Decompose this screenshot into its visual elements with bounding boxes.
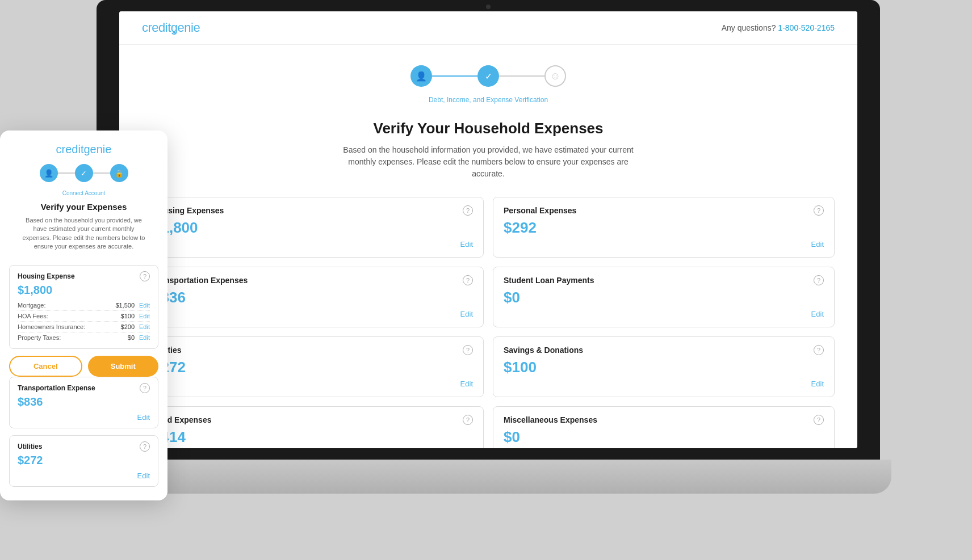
mortgage-label: Mortgage:	[18, 302, 46, 309]
mobile-section-desc: Based on the household you provided, we …	[9, 216, 158, 251]
mobile-utilities-info[interactable]: ?	[140, 441, 150, 452]
savings-amount: $100	[504, 359, 824, 376]
expense-grid: Housing Expenses ? $1,800 Edit Personal …	[119, 186, 857, 448]
mobile-mortgage-line: Mortgage: $1,500 Edit	[18, 300, 150, 311]
laptop-screen: creditgenie Any questions? 1-800-520-216…	[119, 11, 857, 448]
page-title-section: Verify Your Household Expenses Based on …	[119, 108, 857, 186]
mortgage-value: $1,500	[115, 302, 135, 309]
progress-label: Debt, Income, and Expense Verification	[429, 96, 548, 104]
miscellaneous-card: Miscellaneous Expenses ? $0 Edit	[493, 406, 835, 448]
savings-title: Savings & Donations	[504, 346, 583, 355]
page-title: Verify Your Household Expenses	[119, 120, 857, 137]
mobile-transportation-card: Transportation Expense ? $836 Edit	[9, 377, 158, 428]
step-1-circle: 👤	[410, 65, 432, 87]
transportation-edit[interactable]: Edit	[460, 310, 473, 318]
student-loan-amount: $0	[504, 289, 824, 306]
hoa-edit[interactable]: Edit	[139, 313, 150, 319]
student-loan-info-icon[interactable]: ?	[814, 275, 824, 285]
m-step-2: ✓	[75, 164, 93, 182]
page-subtitle: Based on the household information you p…	[341, 144, 636, 180]
laptop-base	[85, 460, 891, 494]
transportation-info-icon[interactable]: ?	[463, 275, 473, 285]
utilities-info-icon[interactable]: ?	[463, 345, 473, 355]
misc-info-icon[interactable]: ?	[814, 415, 824, 425]
homeowners-value: $200	[121, 323, 135, 330]
food-card: Food Expenses ? $414 Edit	[142, 406, 484, 448]
housing-edit[interactable]: Edit	[460, 240, 473, 249]
mobile-housing-title: Housing Expense	[18, 272, 75, 280]
screen-bezel: creditgenie Any questions? 1-800-520-216…	[97, 0, 880, 460]
transportation-amount: $836	[153, 289, 473, 306]
mobile-step-label: Connect Account	[9, 190, 158, 196]
laptop-frame: creditgenie Any questions? 1-800-520-216…	[97, 0, 880, 494]
browser-content: creditgenie Any questions? 1-800-520-216…	[119, 11, 857, 448]
savings-info-icon[interactable]: ?	[814, 345, 824, 355]
personal-info-icon[interactable]: ?	[814, 205, 824, 216]
mobile-utilities-edit[interactable]: Edit	[137, 471, 150, 480]
housing-info-icon[interactable]: ?	[463, 205, 473, 216]
mobile-logo: creditgenie	[9, 143, 158, 156]
step-line-2	[499, 75, 544, 77]
student-loan-title: Student Loan Payments	[504, 276, 594, 285]
savings-edit[interactable]: Edit	[811, 380, 824, 388]
mobile-housing-amount: $1,800	[18, 284, 150, 297]
m-step-3: 🔒	[110, 164, 128, 182]
submit-button[interactable]: Submit	[88, 356, 159, 377]
mobile-buttons: Cancel Submit	[9, 356, 158, 377]
food-amount: $414	[153, 428, 473, 446]
mobile-hoa-line: HOA Fees: $100 Edit	[18, 311, 150, 322]
m-step-1: 👤	[40, 164, 58, 182]
misc-title: Miscellaneous Expenses	[504, 415, 597, 424]
cancel-button[interactable]: Cancel	[9, 356, 82, 377]
step-3-circle: ☺	[544, 65, 566, 87]
mobile-property-line: Property Taxes: $0 Edit	[18, 332, 150, 343]
homeowners-label: Homeowners Insurance:	[18, 323, 85, 330]
site-header: creditgenie Any questions? 1-800-520-216…	[119, 11, 857, 45]
mobile-transport-title: Transportation Expense	[18, 384, 95, 392]
m-line-2	[93, 172, 110, 174]
mobile-utilities-amount: $272	[18, 454, 150, 467]
property-value: $0	[128, 334, 135, 341]
homeowners-edit[interactable]: Edit	[139, 323, 150, 330]
food-info-icon[interactable]: ?	[463, 415, 473, 425]
mobile-utilities-card: Utilities ? $272 Edit	[9, 435, 158, 487]
progress-steps: 👤 ✓ ☺	[410, 54, 566, 92]
utilities-amount: $272	[153, 359, 473, 376]
personal-title: Personal Expenses	[504, 206, 576, 215]
utilities-card: Utilities ? $272 Edit	[142, 336, 484, 397]
property-label: Property Taxes:	[18, 334, 61, 341]
personal-amount: $292	[504, 219, 824, 237]
mobile-progress: 👤 ✓ 🔒	[9, 164, 158, 182]
mobile-transport-amount: $836	[18, 395, 150, 409]
personal-edit[interactable]: Edit	[811, 240, 824, 249]
mobile-homeowners-line: Homeowners Insurance: $200 Edit	[18, 322, 150, 332]
housing-amount: $1,800	[153, 219, 473, 237]
mobile-overlay: creditgenie 👤 ✓ 🔒 Connect Account Verify…	[0, 130, 167, 500]
misc-amount: $0	[504, 428, 824, 446]
mobile-transport-edit[interactable]: Edit	[137, 413, 150, 422]
housing-card: Housing Expenses ? $1,800 Edit	[142, 197, 484, 258]
hoa-value: $100	[121, 313, 135, 319]
camera-dot	[486, 5, 491, 9]
site-logo: creditgenie	[142, 20, 200, 35]
mobile-housing-info[interactable]: ?	[140, 271, 150, 281]
student-loan-edit[interactable]: Edit	[811, 310, 824, 318]
savings-card: Savings & Donations ? $100 Edit	[493, 336, 835, 397]
student-loan-card: Student Loan Payments ? $0 Edit	[493, 267, 835, 327]
mobile-transport-info[interactable]: ?	[140, 383, 150, 393]
transportation-card: Transportation Expenses ? $836 Edit	[142, 267, 484, 327]
mortgage-edit[interactable]: Edit	[139, 302, 150, 309]
mobile-header: creditgenie 👤 ✓ 🔒 Connect Account Verify…	[0, 130, 167, 265]
header-support: Any questions? 1-800-520-2165	[722, 23, 835, 32]
mobile-housing-card: Housing Expense ? $1,800 Mortgage: $1,50…	[9, 265, 158, 349]
step-line-1	[432, 75, 477, 77]
step-2-circle: ✓	[477, 65, 499, 87]
mobile-utilities-title: Utilities	[18, 443, 42, 450]
m-line-1	[58, 172, 75, 174]
phone-link[interactable]: 1-800-520-2165	[778, 23, 835, 32]
personal-card: Personal Expenses ? $292 Edit	[493, 197, 835, 258]
hoa-label: HOA Fees:	[18, 313, 48, 319]
mobile-section-title: Verify your Expenses	[9, 202, 158, 212]
property-edit[interactable]: Edit	[139, 334, 150, 341]
utilities-edit[interactable]: Edit	[460, 380, 473, 388]
